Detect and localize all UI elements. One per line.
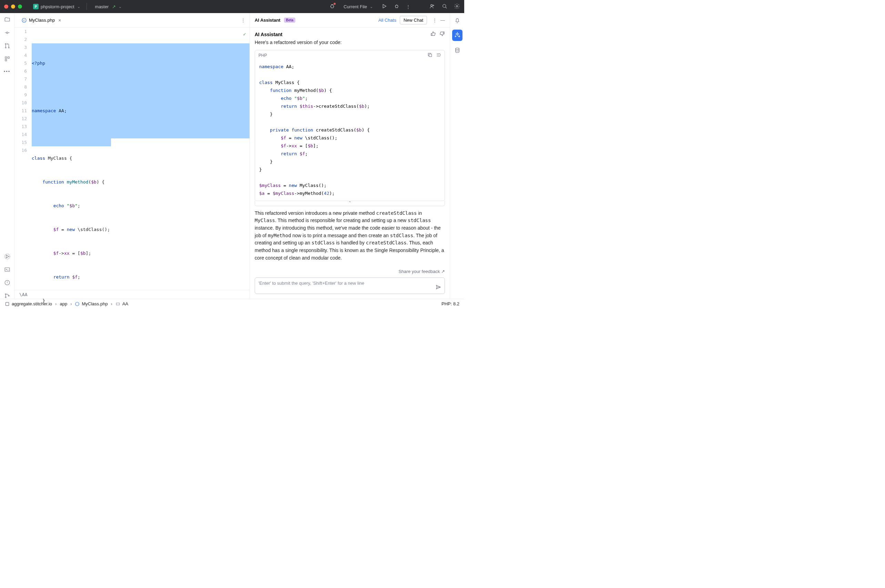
svg-point-19 [5, 297, 6, 298]
ai-more-icon[interactable]: ⋮ [432, 18, 437, 23]
vcs-branch[interactable]: master ↗ [91, 3, 124, 10]
insert-code-icon[interactable] [436, 52, 441, 58]
line-number: 10 [15, 99, 27, 107]
svg-point-24 [455, 48, 459, 50]
php-version[interactable]: PHP: 8.2 [441, 301, 459, 306]
line-number: 14 [15, 130, 27, 138]
window-controls [4, 4, 22, 9]
line-number: 13 [15, 123, 27, 130]
svg-rect-23 [429, 54, 432, 57]
code-lang-label: PHP [259, 53, 267, 58]
notifications-icon[interactable] [454, 17, 461, 23]
line-number: 9 [15, 91, 27, 99]
gutter: 1 2 3 4 5 6 7 8 9 10 11 12 13 14 15 16 [15, 27, 32, 290]
tab-label: MyClass.php [29, 18, 55, 23]
ai-message-title: AI Assistant [255, 32, 282, 37]
vcs-update-icon[interactable]: ↗ [112, 4, 116, 9]
thumbs-down-icon[interactable] [439, 31, 445, 38]
svg-rect-12 [5, 57, 7, 58]
settings-icon[interactable] [454, 3, 460, 10]
code-editor[interactable]: ✓ 1 2 3 4 5 6 7 8 9 10 11 12 13 14 15 16 [15, 27, 250, 290]
more-actions-icon[interactable]: ⋮ [406, 4, 411, 9]
search-everywhere-icon[interactable] [441, 3, 448, 10]
project-name: phpstorm-project [41, 4, 74, 9]
svg-point-5 [431, 4, 432, 6]
services-tool-icon[interactable] [4, 254, 11, 260]
ai-code-content[interactable]: namespace AA; class MyClass { function m… [255, 61, 445, 201]
tabs-more-icon[interactable]: ⋮ [241, 18, 245, 23]
more-tools-icon[interactable]: ••• [4, 69, 11, 74]
ai-intro: Here's a refactored version of your code… [255, 39, 445, 46]
feedback-link[interactable]: Share your feedback ↗ [250, 267, 450, 278]
pull-requests-icon[interactable] [4, 43, 11, 49]
thumbs-up-icon[interactable] [430, 31, 436, 38]
code-content[interactable]: <?php namespace AA; class MyClass { func… [32, 27, 250, 290]
ai-input-placeholder: 'Enter' to submit the query, 'Shift+Ente… [259, 280, 364, 286]
line-number: 5 [15, 59, 27, 67]
new-chat-button[interactable]: New Chat [400, 16, 427, 24]
run-config-selector[interactable]: Current File [342, 3, 375, 10]
project-icon: P [33, 4, 39, 9]
ai-input[interactable]: 'Enter' to submit the query, 'Shift+Ente… [255, 278, 445, 294]
copy-code-icon[interactable] [427, 52, 432, 58]
line-number: 12 [15, 115, 27, 123]
line-number: 2 [15, 36, 27, 44]
svg-point-11 [8, 47, 9, 48]
all-chats-link[interactable]: All Chats [378, 18, 396, 23]
minimize-window[interactable] [11, 4, 15, 9]
project-selector[interactable]: P phpstorm-project [31, 2, 82, 10]
editor-tabs: C MyClass.php × ⋮ [15, 13, 250, 27]
project-tool-icon[interactable] [4, 16, 11, 23]
svg-rect-14 [5, 60, 7, 61]
ai-code-block: PHP namespace AA; class MyClass { functi… [255, 50, 445, 201]
svg-rect-25 [6, 302, 9, 305]
php-class-icon: C [21, 18, 27, 23]
database-tool-icon[interactable] [454, 47, 461, 53]
zoom-window[interactable] [18, 4, 22, 9]
run-button[interactable] [381, 3, 387, 10]
svg-point-8 [6, 32, 8, 34]
line-number: 7 [15, 75, 27, 83]
line-number: 4 [15, 51, 27, 59]
svg-rect-16 [5, 268, 10, 272]
svg-rect-13 [8, 57, 9, 58]
code-with-me-icon[interactable] [429, 3, 435, 10]
svg-text:C: C [23, 19, 25, 22]
project-root-icon[interactable] [5, 302, 10, 306]
ai-explanation: This refactored version introduces a new… [255, 210, 445, 262]
line-number: 8 [15, 83, 27, 91]
close-tab-icon[interactable]: × [58, 18, 61, 23]
debug-button[interactable] [394, 3, 400, 10]
branch-name: master [95, 4, 109, 9]
minimize-icon[interactable]: — [440, 18, 445, 23]
collapse-code-icon[interactable]: ⌃ [255, 201, 445, 206]
ai-body: AI Assistant Here's a refactored version… [250, 27, 450, 267]
line-number: 3 [15, 44, 27, 51]
svg-point-10 [5, 47, 6, 48]
ai-panel-header: AI Assistant Beta All Chats New Chat ⋮ — [250, 13, 450, 27]
separator [86, 3, 87, 10]
line-number: 1 [15, 27, 27, 36]
terminal-tool-icon[interactable] [4, 267, 11, 273]
ai-panel-title: AI Assistant [255, 18, 280, 23]
ide-errors-icon[interactable] [329, 3, 335, 10]
line-number: 11 [15, 107, 27, 115]
ai-assistant-panel: AI Assistant Beta All Chats New Chat ⋮ —… [250, 13, 450, 299]
file-tab[interactable]: C MyClass.php × [19, 13, 64, 27]
svg-point-18 [5, 294, 6, 295]
send-icon[interactable] [436, 284, 441, 291]
vcs-tool-icon[interactable] [4, 292, 11, 299]
ai-assistant-tool-icon[interactable] [452, 30, 462, 41]
line-number: 6 [15, 67, 27, 75]
structure-tool-icon[interactable] [4, 56, 11, 62]
svg-point-9 [5, 44, 6, 44]
right-toolbar [450, 13, 464, 299]
left-toolbar: ••• [0, 13, 15, 299]
beta-badge: Beta [284, 18, 296, 23]
svg-point-6 [443, 4, 446, 7]
commit-tool-icon[interactable] [4, 30, 11, 36]
problems-tool-icon[interactable] [4, 279, 11, 286]
close-window[interactable] [4, 4, 8, 9]
editor-area: C MyClass.php × ⋮ ✓ 1 2 3 4 5 6 7 8 9 10… [15, 13, 250, 299]
titlebar: P phpstorm-project master ↗ Current File… [0, 0, 464, 13]
